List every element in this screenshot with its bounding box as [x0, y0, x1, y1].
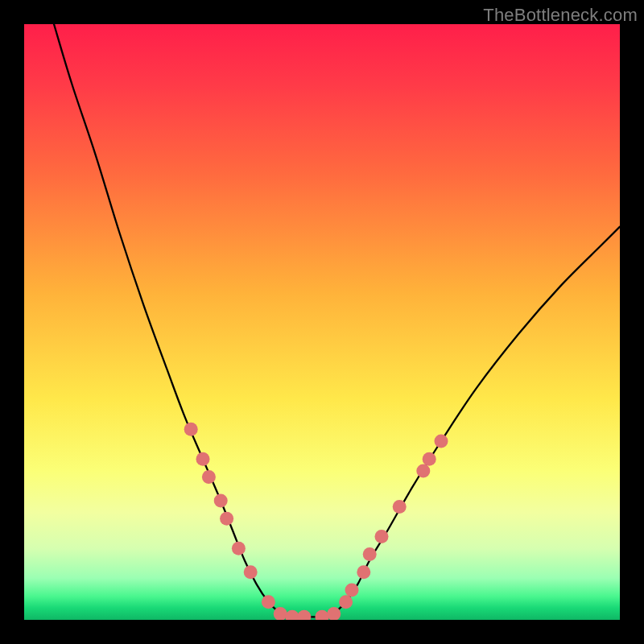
marker-dot — [232, 542, 246, 555]
marker-dot — [184, 423, 198, 436]
marker-dot — [345, 584, 359, 597]
marker-dot — [220, 512, 233, 526]
marker-dot — [316, 610, 329, 620]
marker-dot — [375, 530, 389, 543]
marker-dot — [286, 610, 299, 620]
chart-svg — [24, 24, 620, 620]
marker-dot — [297, 610, 311, 620]
marker-dot — [262, 595, 275, 609]
marker-dot — [196, 452, 210, 466]
marker-dot — [363, 547, 377, 561]
marker-dot — [393, 500, 407, 514]
bottleneck-curve — [54, 24, 620, 617]
marker-dot — [357, 565, 370, 579]
marker-dot — [339, 595, 353, 609]
chart-plot-area — [24, 24, 620, 620]
marker-dot — [435, 435, 448, 448]
marker-dot — [202, 470, 216, 484]
series-lines — [54, 24, 620, 617]
marker-dot — [423, 452, 436, 466]
series-markers — [184, 423, 448, 620]
marker-dot — [244, 565, 258, 579]
marker-dot — [214, 494, 228, 508]
watermark-text: TheBottleneck.com — [483, 5, 638, 26]
marker-dot — [416, 464, 430, 478]
